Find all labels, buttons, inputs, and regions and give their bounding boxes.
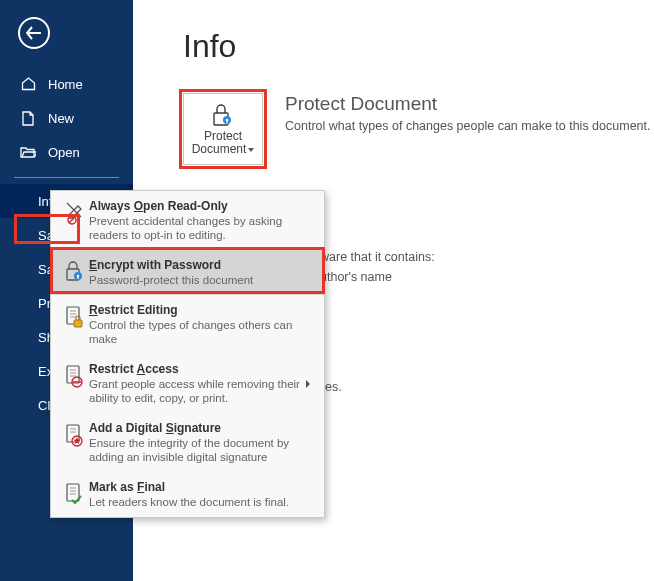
protect-description: Control what types of changes people can… [285, 119, 651, 133]
read-only-icon [61, 199, 89, 242]
lock-key-icon [210, 102, 236, 128]
new-icon [18, 111, 38, 126]
digital-signature-icon [61, 421, 89, 464]
protect-heading: Protect Document [285, 93, 651, 115]
sidebar-item-home[interactable]: Home [0, 67, 133, 101]
page-title: Info [183, 28, 654, 65]
menu-item-encrypt-password[interactable]: Encrypt with PasswordPassword-protect th… [51, 250, 324, 295]
submenu-arrow-icon [302, 362, 314, 405]
svg-rect-13 [67, 484, 79, 501]
back-button[interactable] [18, 17, 50, 49]
svg-point-2 [226, 119, 229, 122]
restrict-editing-icon [61, 303, 89, 346]
caret-down-icon [248, 148, 254, 152]
menu-item-digital-signature[interactable]: Add a Digital SignatureEnsure the integr… [51, 413, 324, 472]
restrict-access-icon [61, 362, 89, 405]
sidebar-label: New [48, 111, 74, 126]
svg-point-6 [77, 275, 79, 277]
home-icon [18, 77, 38, 91]
svg-rect-8 [74, 320, 82, 327]
sidebar-item-open[interactable]: Open [0, 135, 133, 169]
open-icon [18, 146, 38, 158]
menu-item-restrict-access[interactable]: Restrict AccessGrant people access while… [51, 354, 324, 413]
sidebar-item-new[interactable]: New [0, 101, 133, 135]
arrow-left-icon [26, 26, 42, 40]
obscured-text: ware that it contains: uthor's name [320, 247, 435, 287]
menu-item-restrict-editing[interactable]: Restrict EditingControl the types of cha… [51, 295, 324, 354]
sidebar-label: Home [48, 77, 83, 92]
sidebar-divider [14, 177, 119, 178]
mark-final-icon [61, 480, 89, 509]
menu-item-mark-final[interactable]: Mark as FinalLet readers know the docume… [51, 472, 324, 517]
sidebar-label: Open [48, 145, 80, 160]
menu-item-read-only[interactable]: Always Open Read-OnlyPrevent accidental … [51, 191, 324, 250]
svg-rect-9 [67, 366, 79, 383]
protect-document-button[interactable]: ProtectDocument [183, 93, 263, 165]
protect-document-menu: Always Open Read-OnlyPrevent accidental … [50, 190, 325, 518]
encrypt-icon [61, 258, 89, 287]
